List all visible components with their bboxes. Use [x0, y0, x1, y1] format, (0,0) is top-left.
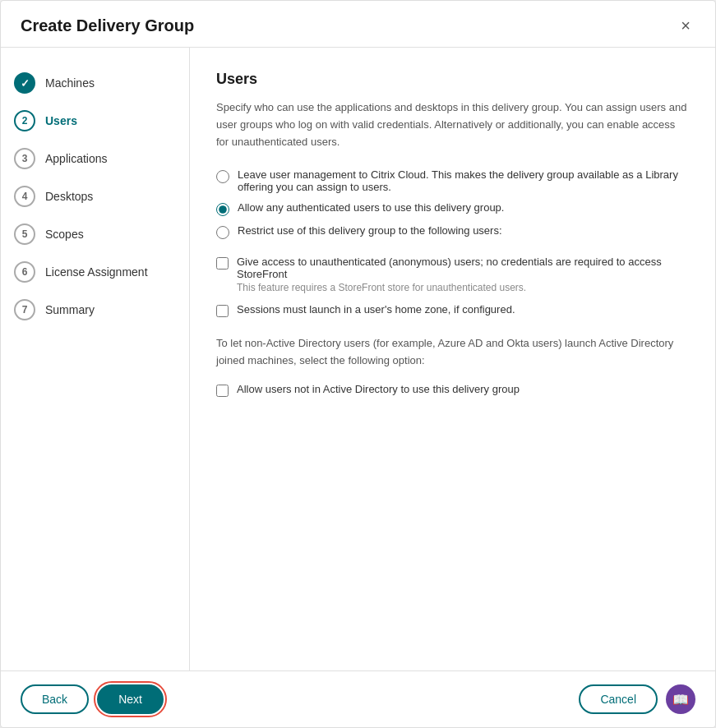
- radio-label-authenticated-users: Allow any authenticated users to use thi…: [238, 201, 504, 214]
- checkbox-home-zone[interactable]: [216, 305, 229, 317]
- main-content: Users Specify who can use the applicatio…: [190, 48, 715, 670]
- dialog-footer: Back Next Cancel 📖: [1, 670, 715, 727]
- step-number-3: 3: [22, 153, 28, 164]
- sidebar-item-machines[interactable]: ✓ Machines: [1, 64, 189, 102]
- step-circle-7: 7: [14, 299, 35, 320]
- help-icon-button[interactable]: 📖: [666, 684, 695, 714]
- radio-citrix-cloud[interactable]: [216, 170, 229, 183]
- cancel-button[interactable]: Cancel: [579, 684, 658, 714]
- dialog-body: ✓ Machines 2 Users 3 Applications: [1, 48, 715, 670]
- sidebar-label-desktops: Desktops: [45, 190, 93, 203]
- radio-group-user-management: Leave user management to Citrix Cloud. T…: [216, 168, 689, 239]
- sidebar-label-machines: Machines: [45, 76, 95, 90]
- radio-label-restrict-users: Restrict use of this delivery group to t…: [238, 224, 502, 237]
- checkbox-anonymous-users[interactable]: [216, 257, 229, 270]
- checkbox-label-anonymous-users: Give access to unauthenticated (anonymou…: [237, 256, 689, 293]
- step-circle-4: 4: [14, 186, 35, 207]
- radio-item-restrict-users[interactable]: Restrict use of this delivery group to t…: [216, 224, 689, 239]
- checkbox-label-home-zone: Sessions must launch in a user's home zo…: [237, 303, 515, 316]
- sidebar-item-scopes[interactable]: 5 Scopes: [1, 215, 189, 253]
- step-number-2: 2: [22, 115, 28, 127]
- footer-right: Cancel 📖: [579, 684, 695, 714]
- radio-label-citrix-cloud: Leave user management to Citrix Cloud. T…: [238, 168, 689, 193]
- back-button[interactable]: Back: [21, 684, 89, 714]
- sidebar-label-license-assignment: License Assignment: [45, 265, 148, 279]
- info-text-non-ad: To let non-Active Directory users (for e…: [216, 335, 689, 370]
- checkbox-item-anonymous-users[interactable]: Give access to unauthenticated (anonymou…: [216, 256, 689, 293]
- step-number-5: 5: [22, 228, 28, 240]
- sidebar-label-scopes: Scopes: [45, 228, 84, 241]
- next-button[interactable]: Next: [97, 684, 164, 714]
- checkbox-group-options: Give access to unauthenticated (anonymou…: [216, 256, 689, 317]
- radio-item-citrix-cloud[interactable]: Leave user management to Citrix Cloud. T…: [216, 168, 689, 193]
- step-circle-1: ✓: [14, 72, 35, 94]
- checkmark-icon: ✓: [21, 77, 30, 90]
- sidebar-label-applications: Applications: [45, 152, 108, 165]
- checkbox-item-home-zone[interactable]: Sessions must launch in a user's home zo…: [216, 303, 689, 317]
- step-circle-6: 6: [14, 261, 35, 283]
- sidebar: ✓ Machines 2 Users 3 Applications: [1, 48, 190, 670]
- content-title: Users: [216, 71, 689, 88]
- step-circle-2: 2: [14, 110, 35, 131]
- step-circle-3: 3: [14, 148, 35, 169]
- content-description: Specify who can use the applications and…: [216, 99, 689, 150]
- step-circle-5: 5: [14, 223, 35, 245]
- checkbox-group-extra: Allow users not in Active Directory to u…: [216, 383, 689, 397]
- checkbox-label-non-ad: Allow users not in Active Directory to u…: [237, 383, 520, 395]
- dialog-header: Create Delivery Group ×: [1, 1, 715, 48]
- radio-item-authenticated-users[interactable]: Allow any authenticated users to use thi…: [216, 201, 689, 216]
- close-button[interactable]: ×: [676, 16, 695, 35]
- checkbox-non-ad[interactable]: [216, 385, 229, 397]
- step-number-7: 7: [22, 304, 28, 316]
- sidebar-item-applications[interactable]: 3 Applications: [1, 140, 189, 177]
- sidebar-item-desktops[interactable]: 4 Desktops: [1, 177, 189, 215]
- step-number-6: 6: [22, 266, 28, 278]
- radio-authenticated-users[interactable]: [216, 203, 229, 216]
- footer-left: Back Next: [21, 684, 164, 714]
- checkbox-item-non-ad[interactable]: Allow users not in Active Directory to u…: [216, 383, 689, 397]
- step-number-4: 4: [22, 191, 28, 202]
- sidebar-item-users[interactable]: 2 Users: [1, 102, 189, 140]
- sidebar-item-license-assignment[interactable]: 6 License Assignment: [1, 253, 189, 291]
- checkbox-sublabel-anonymous: This feature requires a StoreFront store…: [237, 282, 689, 293]
- sidebar-item-summary[interactable]: 7 Summary: [1, 291, 189, 329]
- sidebar-label-users: Users: [45, 114, 77, 127]
- sidebar-label-summary: Summary: [45, 303, 95, 316]
- create-delivery-group-dialog: Create Delivery Group × ✓ Machines 2 Use…: [0, 0, 716, 728]
- radio-restrict-users[interactable]: [216, 226, 229, 239]
- dialog-title: Create Delivery Group: [21, 16, 194, 35]
